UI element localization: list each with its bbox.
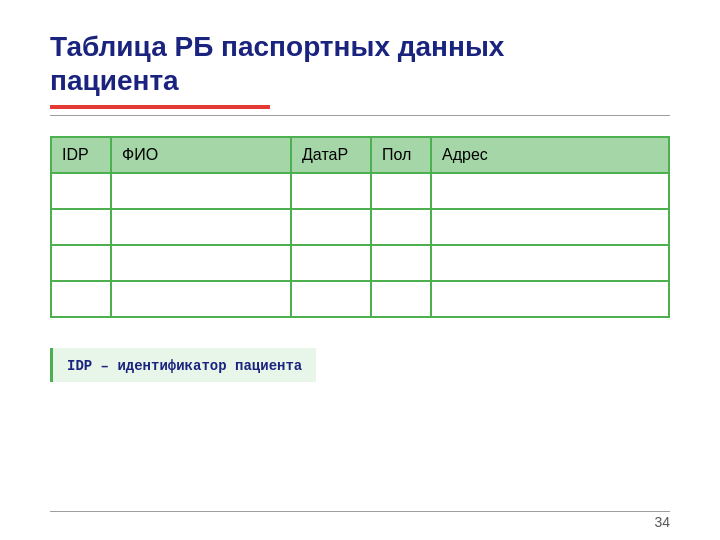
table-row <box>51 173 669 209</box>
title-line2: пациента <box>50 65 179 96</box>
slide-container: Таблица РБ паспортных данных пациента ID… <box>0 0 720 540</box>
table-row <box>51 209 669 245</box>
footnote-text: IDP – идентификатор пациента <box>67 358 302 374</box>
title-underline <box>50 105 270 109</box>
col-idp: IDP <box>51 137 111 173</box>
title-line1: Таблица РБ паспортных данных <box>50 31 504 62</box>
col-fio: ФИО <box>111 137 291 173</box>
table-header-row: IDP ФИО ДатаР Пол Адрес <box>51 137 669 173</box>
title-divider <box>50 115 670 116</box>
table-row <box>51 281 669 317</box>
page-number: 34 <box>654 514 670 530</box>
slide-title: Таблица РБ паспортных данных пациента <box>50 30 670 97</box>
table-row <box>51 245 669 281</box>
col-pol: Пол <box>371 137 431 173</box>
footnote-box: IDP – идентификатор пациента <box>50 348 316 382</box>
col-datar: ДатаР <box>291 137 371 173</box>
col-adres: Адрес <box>431 137 669 173</box>
table-wrapper: IDP ФИО ДатаР Пол Адрес <box>50 136 670 318</box>
passport-table: IDP ФИО ДатаР Пол Адрес <box>50 136 670 318</box>
bottom-divider <box>50 511 670 512</box>
